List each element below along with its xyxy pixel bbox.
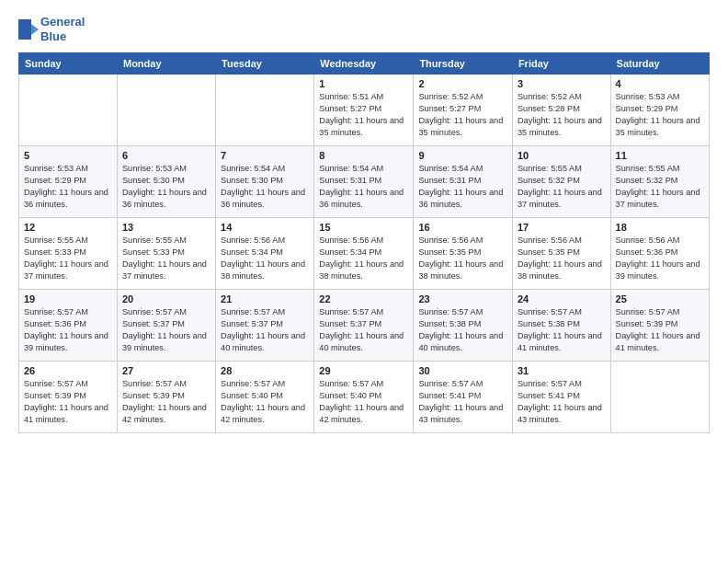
calendar-cell: 19Sunrise: 5:57 AMSunset: 5:36 PMDayligh… — [19, 290, 118, 362]
header: General Blue — [18, 15, 710, 43]
calendar-cell: 1Sunrise: 5:51 AMSunset: 5:27 PMDaylight… — [314, 75, 414, 146]
day-number: 14 — [221, 222, 309, 233]
day-number: 22 — [319, 293, 408, 304]
day-info: Sunrise: 5:57 AMSunset: 5:36 PMDaylight:… — [24, 306, 112, 354]
day-number: 9 — [418, 150, 507, 161]
day-info: Sunrise: 5:52 AMSunset: 5:28 PMDaylight:… — [518, 91, 606, 139]
calendar-cell: 21Sunrise: 5:57 AMSunset: 5:37 PMDayligh… — [216, 290, 314, 362]
calendar-cell: 10Sunrise: 5:55 AMSunset: 5:32 PMDayligh… — [512, 146, 610, 218]
calendar-cell: 6Sunrise: 5:53 AMSunset: 5:30 PMDaylight… — [117, 146, 215, 218]
day-info: Sunrise: 5:53 AMSunset: 5:30 PMDaylight:… — [122, 163, 210, 211]
day-number: 24 — [518, 293, 606, 304]
calendar-week-4: 19Sunrise: 5:57 AMSunset: 5:36 PMDayligh… — [19, 290, 710, 362]
day-info: Sunrise: 5:51 AMSunset: 5:27 PMDaylight:… — [319, 91, 408, 139]
calendar-cell: 28Sunrise: 5:57 AMSunset: 5:40 PMDayligh… — [216, 362, 314, 433]
logo-svg — [18, 19, 39, 40]
day-number: 17 — [518, 222, 606, 233]
calendar-cell: 15Sunrise: 5:56 AMSunset: 5:34 PMDayligh… — [314, 218, 414, 290]
day-number: 21 — [221, 293, 309, 304]
day-info: Sunrise: 5:57 AMSunset: 5:40 PMDaylight:… — [319, 378, 408, 426]
weekday-header-saturday: Saturday — [610, 53, 709, 75]
day-info: Sunrise: 5:57 AMSunset: 5:37 PMDaylight:… — [122, 306, 210, 354]
day-info: Sunrise: 5:52 AMSunset: 5:27 PMDaylight:… — [418, 91, 507, 139]
calendar-cell: 30Sunrise: 5:57 AMSunset: 5:41 PMDayligh… — [414, 362, 513, 433]
day-number: 27 — [122, 365, 210, 376]
day-info: Sunrise: 5:56 AMSunset: 5:34 PMDaylight:… — [221, 235, 309, 282]
day-number: 12 — [24, 222, 112, 233]
day-info: Sunrise: 5:54 AMSunset: 5:30 PMDaylight:… — [221, 163, 309, 211]
calendar-container: General Blue SundayMondayTuesdayWednesda… — [0, 0, 728, 563]
calendar-cell: 20Sunrise: 5:57 AMSunset: 5:37 PMDayligh… — [117, 290, 215, 362]
calendar-cell: 18Sunrise: 5:56 AMSunset: 5:36 PMDayligh… — [610, 218, 709, 290]
calendar-cell — [19, 75, 118, 146]
day-info: Sunrise: 5:57 AMSunset: 5:39 PMDaylight:… — [122, 378, 210, 426]
calendar-cell: 24Sunrise: 5:57 AMSunset: 5:38 PMDayligh… — [512, 290, 610, 362]
day-number: 20 — [122, 293, 210, 304]
day-number: 26 — [24, 365, 112, 376]
logo-general-text: General — [40, 15, 85, 29]
logo-blue-text: Blue — [40, 29, 85, 44]
calendar-cell: 2Sunrise: 5:52 AMSunset: 5:27 PMDaylight… — [414, 75, 513, 146]
day-number: 23 — [418, 293, 507, 304]
day-number: 7 — [221, 150, 309, 161]
svg-marker-1 — [31, 24, 39, 35]
day-info: Sunrise: 5:57 AMSunset: 5:40 PMDaylight:… — [221, 378, 309, 426]
day-info: Sunrise: 5:56 AMSunset: 5:34 PMDaylight:… — [319, 235, 408, 282]
day-number: 30 — [418, 365, 507, 376]
calendar-cell: 9Sunrise: 5:54 AMSunset: 5:31 PMDaylight… — [414, 146, 513, 218]
weekday-header-sunday: Sunday — [19, 53, 118, 75]
weekday-header-thursday: Thursday — [414, 53, 513, 75]
svg-rect-0 — [18, 19, 31, 40]
day-number: 28 — [221, 365, 309, 376]
day-info: Sunrise: 5:57 AMSunset: 5:37 PMDaylight:… — [319, 306, 408, 354]
day-info: Sunrise: 5:56 AMSunset: 5:35 PMDaylight:… — [518, 235, 606, 282]
weekday-header-wednesday: Wednesday — [314, 53, 414, 75]
day-number: 8 — [319, 150, 408, 161]
calendar-cell: 5Sunrise: 5:53 AMSunset: 5:29 PMDaylight… — [19, 146, 118, 218]
calendar-cell: 17Sunrise: 5:56 AMSunset: 5:35 PMDayligh… — [512, 218, 610, 290]
weekday-header-monday: Monday — [117, 53, 215, 75]
calendar-week-5: 26Sunrise: 5:57 AMSunset: 5:39 PMDayligh… — [19, 362, 710, 433]
calendar-cell: 13Sunrise: 5:55 AMSunset: 5:33 PMDayligh… — [117, 218, 215, 290]
calendar-week-3: 12Sunrise: 5:55 AMSunset: 5:33 PMDayligh… — [19, 218, 710, 290]
calendar-cell — [216, 75, 314, 146]
calendar-table: SundayMondayTuesdayWednesdayThursdayFrid… — [18, 52, 710, 433]
calendar-cell: 12Sunrise: 5:55 AMSunset: 5:33 PMDayligh… — [19, 218, 118, 290]
day-number: 31 — [518, 365, 606, 376]
day-number: 19 — [24, 293, 112, 304]
calendar-header-row: SundayMondayTuesdayWednesdayThursdayFrid… — [19, 53, 710, 75]
day-number: 11 — [616, 150, 704, 161]
day-info: Sunrise: 5:53 AMSunset: 5:29 PMDaylight:… — [24, 163, 112, 211]
calendar-cell: 8Sunrise: 5:54 AMSunset: 5:31 PMDaylight… — [314, 146, 414, 218]
calendar-cell: 31Sunrise: 5:57 AMSunset: 5:41 PMDayligh… — [512, 362, 610, 433]
day-number: 6 — [122, 150, 210, 161]
calendar-cell: 23Sunrise: 5:57 AMSunset: 5:38 PMDayligh… — [414, 290, 513, 362]
day-number: 2 — [418, 78, 507, 89]
day-number: 4 — [616, 78, 704, 89]
calendar-cell: 27Sunrise: 5:57 AMSunset: 5:39 PMDayligh… — [117, 362, 215, 433]
calendar-cell: 29Sunrise: 5:57 AMSunset: 5:40 PMDayligh… — [314, 362, 414, 433]
day-number: 1 — [319, 78, 408, 89]
calendar-cell: 25Sunrise: 5:57 AMSunset: 5:39 PMDayligh… — [610, 290, 709, 362]
day-number: 13 — [122, 222, 210, 233]
day-info: Sunrise: 5:55 AMSunset: 5:32 PMDaylight:… — [616, 163, 704, 211]
day-number: 25 — [616, 293, 704, 304]
day-info: Sunrise: 5:57 AMSunset: 5:38 PMDaylight:… — [418, 306, 507, 354]
calendar-week-2: 5Sunrise: 5:53 AMSunset: 5:29 PMDaylight… — [19, 146, 710, 218]
day-number: 16 — [418, 222, 507, 233]
day-info: Sunrise: 5:57 AMSunset: 5:38 PMDaylight:… — [518, 306, 606, 354]
calendar-cell — [117, 75, 215, 146]
day-number: 5 — [24, 150, 112, 161]
calendar-cell: 3Sunrise: 5:52 AMSunset: 5:28 PMDaylight… — [512, 75, 610, 146]
calendar-cell: 16Sunrise: 5:56 AMSunset: 5:35 PMDayligh… — [414, 218, 513, 290]
calendar-week-1: 1Sunrise: 5:51 AMSunset: 5:27 PMDaylight… — [19, 75, 710, 146]
calendar-cell: 26Sunrise: 5:57 AMSunset: 5:39 PMDayligh… — [19, 362, 118, 433]
day-info: Sunrise: 5:54 AMSunset: 5:31 PMDaylight:… — [319, 163, 408, 211]
day-info: Sunrise: 5:56 AMSunset: 5:36 PMDaylight:… — [616, 235, 704, 282]
day-info: Sunrise: 5:57 AMSunset: 5:39 PMDaylight:… — [24, 378, 112, 426]
day-info: Sunrise: 5:53 AMSunset: 5:29 PMDaylight:… — [616, 91, 704, 139]
weekday-header-friday: Friday — [512, 53, 610, 75]
calendar-cell: 11Sunrise: 5:55 AMSunset: 5:32 PMDayligh… — [610, 146, 709, 218]
calendar-cell: 14Sunrise: 5:56 AMSunset: 5:34 PMDayligh… — [216, 218, 314, 290]
calendar-cell — [610, 362, 709, 433]
